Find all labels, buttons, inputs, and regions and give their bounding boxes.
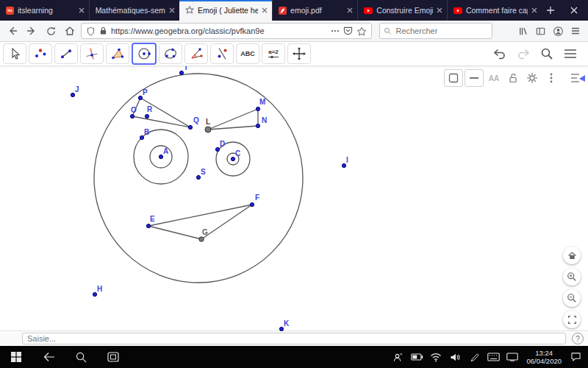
point-S[interactable] bbox=[196, 175, 200, 179]
tab-close-icon[interactable] bbox=[531, 7, 537, 13]
tool-text[interactable]: ABC bbox=[236, 43, 259, 64]
display-button[interactable] bbox=[503, 346, 522, 368]
label-style-button[interactable]: AA bbox=[485, 70, 503, 86]
tab-emoji-pdf[interactable]: emoji.pdf bbox=[272, 0, 357, 21]
zoom-in-button[interactable] bbox=[563, 268, 581, 286]
point-C[interactable] bbox=[231, 157, 234, 160]
more-options-button[interactable] bbox=[542, 70, 560, 86]
point-A[interactable] bbox=[159, 155, 162, 158]
action-center-button[interactable] bbox=[566, 346, 585, 368]
line-style-button[interactable] bbox=[465, 69, 484, 87]
undo-button[interactable] bbox=[491, 45, 509, 63]
forward-button[interactable] bbox=[24, 23, 40, 39]
pocket-icon[interactable] bbox=[343, 26, 353, 35]
search-input[interactable] bbox=[394, 26, 488, 36]
tab-construire-emoji[interactable]: Construire Emoji - sixiè bbox=[357, 0, 447, 21]
point-E[interactable] bbox=[146, 224, 150, 227]
reload-button[interactable] bbox=[43, 23, 59, 39]
volume-indicator[interactable] bbox=[445, 346, 465, 368]
point-style-button[interactable] bbox=[444, 69, 463, 87]
search-icon bbox=[384, 26, 391, 35]
point-H[interactable] bbox=[93, 292, 96, 296]
point-F[interactable] bbox=[250, 202, 254, 206]
tab-close-icon[interactable] bbox=[437, 7, 442, 13]
input-help-button[interactable]: ? bbox=[572, 333, 584, 344]
geogebra-menu-button[interactable] bbox=[562, 45, 579, 63]
menu-button[interactable] bbox=[567, 23, 584, 39]
search-tools-button[interactable] bbox=[538, 45, 556, 63]
taskbar-search-button[interactable] bbox=[65, 346, 97, 368]
point-M[interactable] bbox=[256, 107, 259, 110]
people-button[interactable] bbox=[388, 346, 407, 368]
algebra-input[interactable] bbox=[22, 333, 566, 344]
segment-EG[interactable] bbox=[148, 226, 201, 239]
move-cursor-icon bbox=[7, 46, 22, 61]
zoom-out-button[interactable] bbox=[563, 289, 581, 307]
tab-mathematiques[interactable]: Mathématiques-semaine4-6 bbox=[89, 0, 179, 21]
notification-icon bbox=[570, 352, 581, 362]
tool-polygon[interactable] bbox=[106, 43, 129, 64]
library-button[interactable] bbox=[514, 23, 531, 39]
graphics-view[interactable]: TJPORQLMNBADCSEFGIHK AA bbox=[0, 66, 588, 330]
point-P[interactable] bbox=[138, 96, 142, 99]
start-button[interactable] bbox=[0, 346, 32, 368]
point-B[interactable] bbox=[140, 135, 143, 139]
home-button[interactable] bbox=[62, 23, 78, 39]
task-view-button[interactable] bbox=[97, 346, 129, 368]
point-L[interactable] bbox=[205, 127, 211, 132]
taskbar-clock[interactable]: 13:24 06/04/2020 bbox=[522, 349, 566, 366]
tool-slider[interactable]: a=2 bbox=[262, 43, 285, 64]
url-bar[interactable]: https://www.geogebra.org/classic/pvfkan9… bbox=[81, 23, 372, 39]
point-R[interactable] bbox=[145, 114, 148, 118]
point-G[interactable] bbox=[199, 237, 204, 241]
redo-button[interactable] bbox=[514, 45, 532, 63]
point-K[interactable] bbox=[279, 327, 283, 330]
settings-button[interactable] bbox=[523, 70, 541, 86]
standard-view-button[interactable] bbox=[563, 247, 581, 264]
point-Q[interactable] bbox=[188, 125, 192, 129]
wifi-indicator[interactable] bbox=[426, 346, 445, 368]
tab-itslearning[interactable]: its itslearning bbox=[0, 0, 89, 21]
touch-keyboard-button[interactable] bbox=[484, 346, 503, 368]
tab-emoji-geogebra[interactable]: Emoji ( Juliette hernande bbox=[179, 0, 272, 21]
bookmark-star-icon[interactable] bbox=[356, 26, 367, 36]
back-button[interactable] bbox=[4, 23, 21, 39]
tablet-back-button[interactable] bbox=[32, 346, 65, 368]
tab-close-icon[interactable] bbox=[347, 7, 353, 13]
lock-object-button[interactable] bbox=[504, 70, 522, 86]
search-bar[interactable] bbox=[379, 23, 492, 39]
window-close-button[interactable] bbox=[560, 0, 588, 21]
point-T[interactable] bbox=[179, 71, 183, 74]
tool-conic[interactable] bbox=[159, 43, 182, 64]
tool-perpendicular-line[interactable] bbox=[80, 43, 104, 64]
point-D[interactable] bbox=[215, 147, 219, 151]
point-N[interactable] bbox=[256, 124, 259, 127]
tool-point[interactable] bbox=[29, 43, 52, 64]
tab-close-icon[interactable] bbox=[262, 7, 268, 13]
tool-angle[interactable] bbox=[184, 43, 208, 64]
sidebar-button[interactable] bbox=[532, 23, 548, 39]
new-tab-button[interactable] bbox=[542, 0, 560, 21]
point-O[interactable] bbox=[130, 114, 134, 118]
search-icon bbox=[76, 352, 87, 363]
account-button[interactable] bbox=[550, 23, 566, 39]
fullscreen-button[interactable] bbox=[563, 311, 581, 328]
tool-line[interactable] bbox=[54, 43, 78, 64]
close-icon bbox=[570, 7, 578, 14]
algebra-panel-toggle[interactable] bbox=[569, 70, 587, 86]
page-actions-icon[interactable] bbox=[331, 26, 340, 35]
windows-ink-button[interactable] bbox=[465, 346, 484, 368]
battery-indicator[interactable] bbox=[407, 346, 426, 368]
zoom-in-icon bbox=[567, 272, 577, 282]
tab-close-icon[interactable] bbox=[79, 7, 85, 13]
tab-close-icon[interactable] bbox=[169, 7, 175, 13]
tab-comment-faire-capture[interactable]: Comment faire capture bbox=[447, 0, 542, 21]
people-icon bbox=[392, 352, 404, 363]
tab-label: itslearning bbox=[18, 6, 75, 15]
point-I[interactable] bbox=[342, 163, 345, 167]
tool-circle-with-center[interactable] bbox=[132, 43, 157, 65]
tool-reflection[interactable] bbox=[210, 43, 234, 64]
tool-move[interactable] bbox=[3, 43, 26, 64]
point-J[interactable] bbox=[71, 93, 74, 96]
tool-move-graphics-view[interactable] bbox=[287, 43, 311, 64]
